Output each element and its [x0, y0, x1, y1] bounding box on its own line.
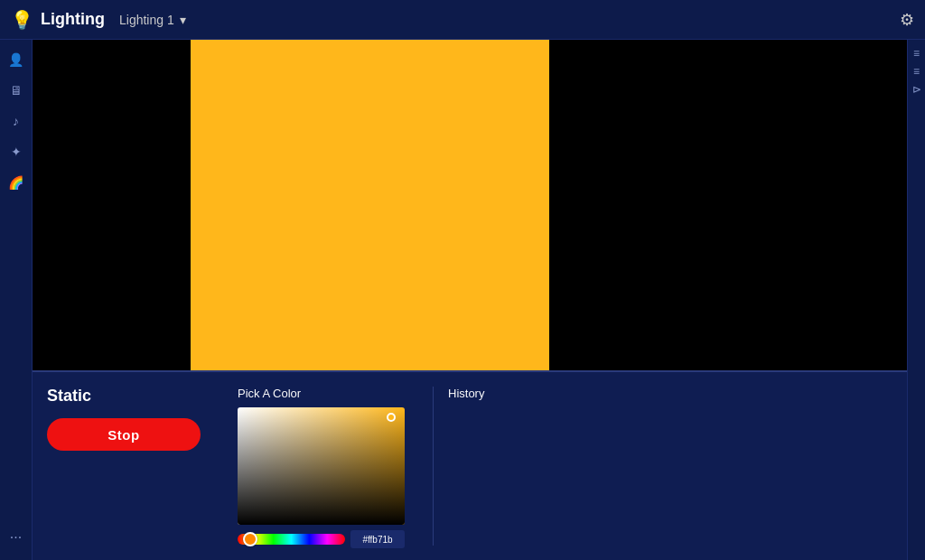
effects-icon: ✦	[11, 145, 22, 159]
list-icon[interactable]: ≡	[913, 65, 920, 78]
stop-button[interactable]: Stop	[47, 418, 201, 451]
preview-area	[33, 40, 907, 370]
static-title: Static	[47, 387, 223, 406]
sidebar-item-profile[interactable]: 👤	[4, 47, 29, 72]
right-panel: ≡ ≡ ⊳	[907, 40, 925, 560]
hue-slider[interactable]	[238, 534, 345, 545]
preview-right-black	[549, 40, 908, 370]
hue-slider-thumb	[243, 532, 257, 546]
sidebar-item-lighting[interactable]: 🌈	[4, 170, 29, 195]
play-icon[interactable]: ⊳	[912, 83, 921, 96]
preset-dropdown[interactable]: Lighting 1 ▾	[119, 13, 186, 27]
sidebar-more[interactable]: ···	[10, 529, 22, 553]
color-picker-bottom	[238, 530, 405, 548]
color-picker-cursor	[387, 413, 396, 422]
sidebar-item-music[interactable]: ♪	[4, 108, 29, 134]
history-section: History	[433, 387, 892, 546]
hex-input[interactable]	[350, 530, 405, 548]
color-picker-section: Pick A Color	[238, 387, 418, 546]
pick-color-label: Pick A Color	[238, 387, 418, 400]
profile-icon: 👤	[8, 52, 23, 67]
content-area: Static Stop Pick A Color His	[33, 40, 907, 560]
layers-icon[interactable]: ≡	[913, 47, 920, 60]
header: 💡 Lighting Lighting 1 ▾ ⚙	[0, 0, 925, 40]
music-icon: ♪	[13, 114, 19, 128]
history-title: History	[448, 387, 892, 400]
preview-orange	[191, 40, 549, 370]
display-icon: 🖥	[10, 83, 23, 98]
main-area: 👤 🖥 ♪ ✦ 🌈 ··· Static Stop	[0, 40, 925, 560]
color-picker-box[interactable]	[238, 407, 405, 525]
sidebar: 👤 🖥 ♪ ✦ 🌈 ···	[0, 40, 33, 560]
rainbow-icon: 🌈	[8, 175, 23, 190]
chevron-down-icon: ▾	[180, 13, 186, 27]
sidebar-item-effects[interactable]: ✦	[4, 139, 29, 164]
static-section: Static Stop	[47, 387, 223, 546]
bottom-panel: Static Stop Pick A Color His	[33, 370, 907, 560]
preset-name: Lighting 1	[119, 13, 174, 27]
lighting-icon: 💡	[11, 9, 33, 31]
color-picker-gradient	[238, 407, 405, 525]
preview-left-black	[33, 40, 191, 370]
app-title: Lighting	[41, 10, 105, 29]
sidebar-item-display[interactable]: 🖥	[4, 78, 29, 103]
settings-icon[interactable]: ⚙	[900, 10, 914, 30]
